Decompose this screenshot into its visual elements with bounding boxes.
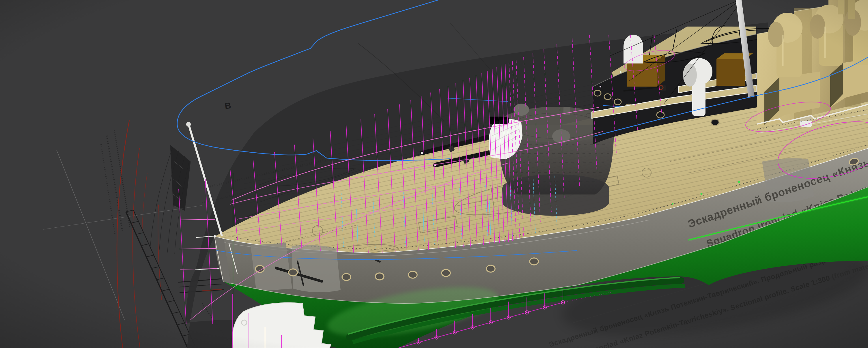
viewport-canvas[interactable]: B Эскадренный броненосец «Князь Потемкин… <box>0 0 868 348</box>
vignette <box>0 0 868 348</box>
render-scene[interactable]: B Эскадренный броненосец «Князь Потемкин… <box>0 0 868 348</box>
